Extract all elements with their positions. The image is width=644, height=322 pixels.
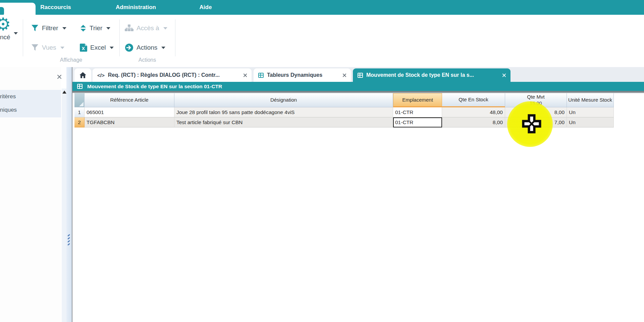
application-window: Raccourcis Administration Aide ⚙ ncé Fil… (0, 0, 644, 322)
sidebar-scrollbar[interactable] (62, 89, 66, 322)
pivot-table-icon (77, 84, 83, 89)
vues-label: Vues (42, 44, 56, 51)
excel-label: Excel (90, 44, 106, 51)
sidebar-item-dynamiques-partial[interactable]: niques (0, 103, 61, 117)
cell-designation[interactable]: Test article fabriqué sur CBN (174, 117, 393, 127)
cell-qte-en-stock[interactable]: 48,00 (442, 107, 505, 117)
actions-button[interactable]: Actions (125, 42, 165, 53)
cell-reference[interactable]: 065001 (85, 107, 174, 117)
code-icon: </> (97, 72, 105, 78)
actions-label: Actions (137, 44, 157, 51)
sidebar-list: ritères niques (0, 90, 61, 117)
sort-icon (80, 24, 87, 32)
close-icon[interactable] (243, 73, 247, 77)
tab-tableurs-dynamiques[interactable]: Tableurs Dynamiques (254, 68, 351, 82)
menu-aide[interactable]: Aide (197, 0, 214, 15)
chevron-down-icon (161, 47, 165, 49)
ribbon-toolbar: ⚙ ncé Filtrer Trier (0, 15, 644, 67)
column-header-emplacement[interactable]: Emplacement (393, 93, 442, 107)
chevron-down-icon (110, 47, 114, 49)
home-document-tab[interactable] (0, 3, 36, 16)
menubar: Raccourcis Administration Aide (0, 0, 644, 15)
section-divider (72, 91, 644, 93)
column-header-unite-mesure[interactable]: Unité Mesure Stock (567, 93, 614, 107)
cell-designation[interactable]: Joue 28 profil talon 95 sans patte dodéc… (174, 107, 393, 117)
group-label-affichage: Affichage (23, 57, 119, 63)
tab-label: Mouvement de Stock de type EN sur la s..… (366, 72, 499, 78)
column-header-qte-en-stock[interactable]: Qte En Stock (442, 93, 505, 107)
filter-icon-disabled (31, 44, 39, 51)
excel-button[interactable]: Excel (80, 42, 114, 53)
menu-raccourcis[interactable]: Raccourcis (38, 0, 73, 15)
cell-unite[interactable]: Un (567, 117, 614, 127)
sidebar-close-icon[interactable] (57, 74, 62, 80)
sitemap-icon (125, 24, 133, 32)
section-title: Mouvement de Stock de type EN sur la sec… (87, 84, 222, 90)
section-header: Mouvement de Stock de type EN sur la sec… (72, 82, 644, 91)
row-number-selected[interactable]: 2 (74, 117, 85, 127)
document-tabstrip: </> Req. (RCT) : Règles DIALOG (RCT) : C… (72, 67, 644, 82)
chevron-down-icon (62, 27, 66, 30)
pivot-table-icon (358, 73, 363, 78)
arrow-right-circle-icon (125, 43, 133, 52)
menu-administration[interactable]: Administration (111, 0, 161, 15)
filtrer-label: Filtrer (42, 24, 58, 32)
pivot-table-icon (258, 73, 264, 78)
close-icon[interactable] (342, 73, 346, 77)
cell-reference[interactable]: TGFABCBN (85, 117, 174, 127)
ribbon-separator (23, 19, 23, 56)
vues-button: Vues (31, 42, 64, 53)
ribbon-separator (119, 19, 120, 56)
tab-label: Tableurs Dynamiques (267, 72, 339, 78)
cell-emplacement[interactable]: 01-CTR (393, 107, 442, 117)
cell-cross-cursor-icon (522, 114, 541, 133)
splitter-handle[interactable] (66, 67, 72, 322)
column-header-reference[interactable]: Référence Article (85, 93, 174, 107)
filter-icon (31, 24, 39, 32)
trier-button[interactable]: Trier (80, 23, 110, 34)
select-all-corner[interactable] (74, 93, 85, 107)
chevron-down-icon[interactable] (14, 32, 18, 35)
sidebar-item-criteres-partial[interactable]: ritères (0, 90, 61, 103)
close-icon[interactable] (502, 73, 506, 77)
grid-canvas (72, 93, 644, 322)
home-icon (79, 72, 86, 78)
chevron-down-icon (60, 47, 64, 49)
ribbon-separator (175, 19, 175, 56)
tab-home[interactable] (74, 68, 91, 82)
chevron-down-icon (163, 27, 167, 30)
sidebar: ritères niques (0, 67, 61, 322)
tab-mouvement-stock[interactable]: Mouvement de Stock de type EN sur la s..… (353, 68, 511, 82)
scroll-up-icon[interactable] (62, 91, 66, 94)
acces-a-label: Accès à (137, 24, 159, 32)
tab-req-rct[interactable]: </> Req. (RCT) : Règles DIALOG (RCT) : C… (93, 68, 252, 82)
filtrer-button[interactable]: Filtrer (31, 23, 66, 34)
chevron-down-icon (106, 27, 110, 30)
gear-icon: ⚙ (0, 15, 11, 33)
cell-qte-en-stock[interactable]: 8,00 (442, 117, 505, 127)
advanced-button-label-partial[interactable]: ncé (0, 34, 10, 41)
excel-icon (80, 44, 87, 52)
group-label-actions: Actions (119, 57, 175, 63)
acces-a-button: Accès à (125, 23, 167, 34)
cell-unite[interactable]: Un (567, 107, 614, 117)
qte-mvt-label: Qte Mvt (527, 94, 545, 100)
tab-label: Req. (RCT) : Règles DIALOG (RCT) : Contr… (108, 72, 240, 78)
row-number[interactable]: 1 (74, 107, 85, 117)
trier-label: Trier (90, 24, 102, 32)
splitter-grip-icon (67, 235, 70, 245)
cell-emplacement-focused[interactable]: 01-CTR (393, 117, 442, 127)
column-header-designation[interactable]: Désignation (174, 93, 393, 107)
